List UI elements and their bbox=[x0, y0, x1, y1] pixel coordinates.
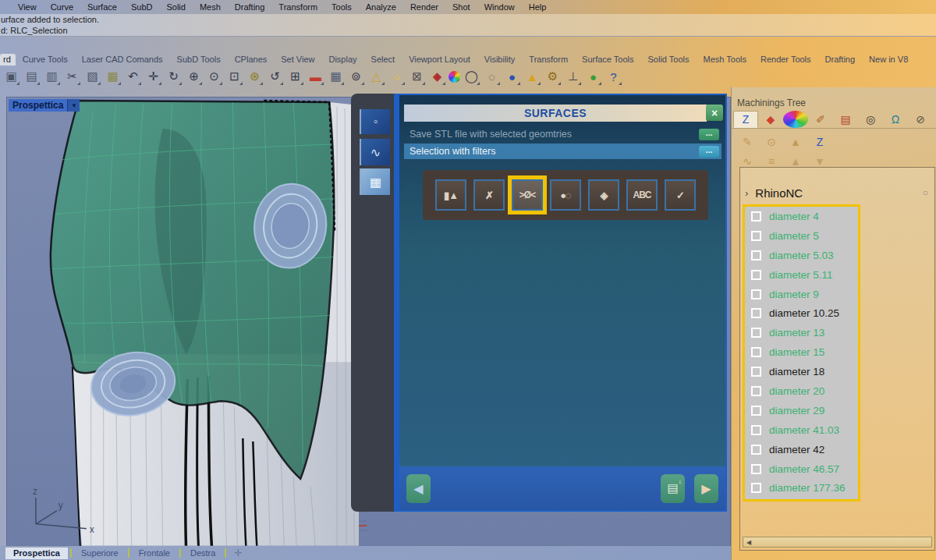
diameter-checkbox[interactable] bbox=[751, 231, 761, 241]
diameter-checkbox[interactable] bbox=[751, 289, 761, 299]
diameter-checkbox[interactable] bbox=[751, 270, 761, 280]
menu-item-render[interactable]: Render bbox=[403, 2, 445, 12]
shield-icon[interactable]: ◆ bbox=[428, 68, 446, 86]
gumball-icon[interactable]: ⊚ bbox=[347, 68, 365, 86]
diameter-checkbox[interactable] bbox=[751, 425, 761, 435]
group-tab-visibility[interactable]: Visibility bbox=[477, 54, 523, 66]
sphere-render-icon[interactable]: ● bbox=[503, 68, 521, 86]
sheet-edit-icon[interactable]: ▤ bbox=[833, 111, 858, 128]
diameter-filter-icon[interactable]: >Ø< bbox=[512, 179, 543, 211]
zoom-in-icon[interactable]: ⊕ bbox=[185, 68, 203, 86]
shield-flag-icon[interactable]: ◆ bbox=[758, 111, 783, 128]
diameter-checkbox[interactable] bbox=[751, 328, 761, 338]
diameter-checkbox[interactable] bbox=[751, 445, 761, 455]
rhinonc-run-icon[interactable]: Z bbox=[812, 136, 828, 148]
diameter-row[interactable]: diameter 29 bbox=[745, 401, 858, 420]
diameter-row[interactable]: diameter 177.36 bbox=[745, 478, 858, 498]
diameter-checkbox[interactable] bbox=[751, 347, 761, 357]
point-tool-icon[interactable]: ◦ bbox=[360, 109, 390, 134]
color-filter-icon[interactable]: ●◌ bbox=[550, 179, 581, 211]
viewport-tab-prospettica[interactable]: Prospettica bbox=[5, 547, 69, 559]
gears-icon[interactable]: ⚙ bbox=[544, 68, 562, 86]
print-icon[interactable]: ▤ bbox=[23, 68, 41, 86]
diameter-checkbox[interactable] bbox=[751, 250, 761, 261]
cut-icon[interactable]: ✂ bbox=[63, 68, 81, 86]
viewport-tab-destra[interactable]: Destra bbox=[183, 548, 223, 559]
group-tab-display[interactable]: Display bbox=[321, 54, 363, 66]
lightbulb-icon[interactable]: ○ bbox=[923, 187, 928, 198]
cplane-icon[interactable]: ▦ bbox=[327, 68, 345, 86]
menu-item-help[interactable]: Help bbox=[522, 2, 554, 12]
diameter-row[interactable]: diameter 41.03 bbox=[745, 420, 858, 440]
viewport-tab-superiore[interactable]: Superiore bbox=[73, 548, 126, 559]
move-up-icon[interactable]: ▲ bbox=[788, 155, 803, 168]
diameter-row[interactable]: diameter 5 bbox=[745, 226, 858, 246]
pan-icon[interactable]: ✛ bbox=[144, 68, 162, 86]
lightbulb-icon[interactable]: ○ bbox=[388, 68, 406, 86]
diameter-checkbox[interactable] bbox=[751, 367, 761, 377]
viewport-tab-frontale[interactable]: Frontale bbox=[131, 548, 178, 559]
cylinder-icon[interactable]: ⊘ bbox=[908, 111, 933, 128]
scroll-left-icon[interactable]: ◀ bbox=[746, 539, 751, 546]
globe-icon[interactable]: ● bbox=[584, 68, 602, 86]
bell-icon[interactable]: Ω bbox=[883, 111, 908, 128]
group-tab-new-in-v8[interactable]: New in V8 bbox=[862, 54, 915, 66]
group-tab-subd-tools[interactable]: SubD Tools bbox=[170, 54, 228, 66]
name-filter-icon[interactable]: ABC bbox=[626, 179, 658, 211]
menu-item-curve[interactable]: Curve bbox=[44, 2, 80, 12]
diameter-row[interactable]: diameter 4 bbox=[745, 207, 858, 226]
diameter-row[interactable]: diameter 18 bbox=[745, 362, 858, 381]
group-tab-viewport-layout[interactable]: Viewport Layout bbox=[402, 54, 477, 66]
color-wheel-icon[interactable]: ● bbox=[783, 111, 808, 128]
paste-icon[interactable]: ▦ bbox=[104, 68, 122, 86]
diameter-checkbox[interactable] bbox=[751, 483, 761, 493]
color-wheel-icon[interactable]: ● bbox=[448, 71, 460, 83]
menu-item-shot[interactable]: Shot bbox=[445, 2, 477, 12]
diameter-checkbox[interactable] bbox=[751, 406, 761, 416]
group-tab-surface-tools[interactable]: Surface Tools bbox=[575, 54, 640, 66]
diameter-checkbox[interactable] bbox=[751, 464, 761, 474]
menu-item-analyze[interactable]: Analyze bbox=[359, 2, 403, 12]
menu-item-subd[interactable]: SubD bbox=[124, 2, 160, 12]
viewport-title-label[interactable]: Prospettica bbox=[9, 99, 67, 112]
named-view-icon[interactable]: ▬ bbox=[307, 68, 324, 86]
group-tab-cplanes[interactable]: CPlanes bbox=[228, 54, 275, 66]
diameter-row[interactable]: diameter 5.03 bbox=[745, 246, 858, 265]
group-tab-drafting[interactable]: Drafting bbox=[818, 54, 863, 66]
zoom-dynamic-icon[interactable]: ⊙ bbox=[205, 68, 223, 86]
group-tab-laser-cad-comands[interactable]: Laser CAD Comands bbox=[75, 54, 170, 66]
curve-tool-icon[interactable]: ∿ bbox=[739, 155, 755, 168]
cone-icon[interactable]: ▲ bbox=[523, 68, 541, 86]
selection-filter-icon[interactable]: △ bbox=[367, 68, 385, 86]
group-tab-select[interactable]: Select bbox=[364, 54, 402, 66]
viewport-title[interactable]: Prospettica ▼ bbox=[9, 99, 80, 112]
dimension-icon[interactable]: ⊥ bbox=[564, 68, 582, 86]
diameter-checkbox[interactable] bbox=[751, 211, 761, 222]
dialog-close-button[interactable]: × bbox=[706, 105, 723, 121]
dialog-option-1[interactable]: Save STL file with selected geomtries... bbox=[404, 126, 722, 142]
group-tab-solid-tools[interactable]: Solid Tools bbox=[641, 54, 697, 66]
back-button[interactable]: ◀ bbox=[406, 474, 431, 503]
sphere-wireframe-icon[interactable]: ◯ bbox=[463, 68, 480, 86]
group-tab-curve-tools[interactable]: Curve Tools bbox=[16, 54, 75, 66]
viewport-layout-icon[interactable]: ⊞ bbox=[286, 68, 304, 86]
target-icon[interactable]: ◎ bbox=[858, 111, 883, 128]
rhinonc-logo-icon[interactable]: Z bbox=[733, 111, 758, 128]
expander-icon[interactable]: › bbox=[745, 187, 748, 199]
diameter-row[interactable]: diameter 20 bbox=[745, 381, 858, 401]
menu-item-tools[interactable]: Tools bbox=[324, 2, 359, 12]
diameter-row[interactable]: diameter 9 bbox=[745, 285, 858, 304]
group-tab-render-tools[interactable]: Render Tools bbox=[753, 54, 818, 66]
split-pane-icon[interactable]: ✛ bbox=[228, 548, 248, 558]
option-more-button[interactable]: ... bbox=[699, 129, 719, 140]
undo-icon[interactable]: ↶ bbox=[124, 68, 142, 86]
brush-icon[interactable]: ✐ bbox=[808, 111, 833, 128]
sphere-dashed-icon[interactable]: ◌ bbox=[483, 68, 501, 86]
menu-item-drafting[interactable]: Drafting bbox=[228, 2, 272, 12]
viewport-dropdown-icon[interactable]: ▼ bbox=[67, 99, 80, 112]
menu-item-surface[interactable]: Surface bbox=[80, 2, 124, 12]
tree-root-row[interactable]: › RhinoNC ○ bbox=[740, 184, 934, 201]
surface-tool-icon[interactable]: ▦ bbox=[360, 168, 390, 195]
confirm-filter-icon[interactable]: ✓ bbox=[665, 179, 696, 211]
lock-icon[interactable]: ⊠ bbox=[408, 68, 426, 86]
